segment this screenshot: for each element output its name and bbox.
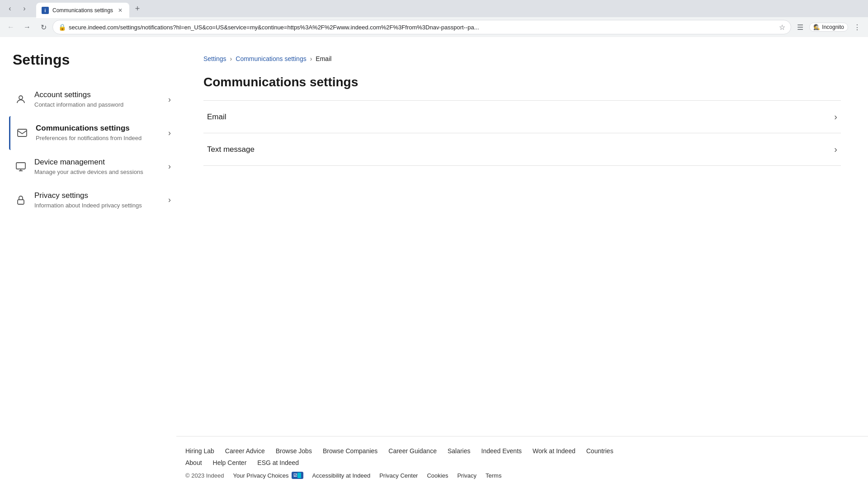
tab-favicon: i <box>42 7 49 14</box>
email-icon <box>16 127 28 139</box>
sidebar-item-text-communications: Communications settings Preferences for … <box>36 123 161 142</box>
nav-bar: ← → ↻ 🔒 secure.indeed.com/settings/notif… <box>0 17 868 37</box>
monitor-icon <box>14 160 27 173</box>
sidebar-item-title-account: Account settings <box>34 90 161 100</box>
sidebar-item-device-management[interactable]: Device management Manage your active dev… <box>9 150 176 183</box>
svg-rect-2 <box>16 163 25 169</box>
sidebar-item-text-device: Device management Manage your active dev… <box>34 157 161 176</box>
sidebar-item-text-privacy: Privacy settings Information about Indee… <box>34 191 161 210</box>
nav-right-buttons: ☰ 🕵 Incognito ⋮ <box>793 20 864 34</box>
page-content: Settings Account settings Contact inform… <box>0 37 868 488</box>
breadcrumb-sep-2: › <box>310 55 312 62</box>
tab-bar: ‹ › i Communications settings ✕ + <box>0 0 868 17</box>
page-heading: Communications settings <box>203 75 841 89</box>
sidebar-item-subtitle-device: Manage your active devices and sessions <box>34 168 161 176</box>
active-tab[interactable]: i Communications settings ✕ <box>36 3 129 18</box>
footer-link-about[interactable]: About <box>185 459 202 466</box>
privacy-choices-link[interactable]: Your Privacy Choices ☑ <box>233 472 303 479</box>
footer-link-indeed-events[interactable]: Indeed Events <box>481 447 522 455</box>
footer-link-work-at-indeed[interactable]: Work at Indeed <box>533 447 576 455</box>
sidebar-item-account-settings[interactable]: Account settings Contact information and… <box>9 83 176 116</box>
email-row-chevron-icon: › <box>834 112 837 122</box>
svg-point-0 <box>19 96 23 99</box>
lock-icon: 🔒 <box>58 23 66 31</box>
tab-title: Communications settings <box>52 7 113 14</box>
footer-link-privacy[interactable]: Privacy <box>457 472 476 479</box>
lock-sidebar-icon <box>14 194 27 206</box>
address-bar[interactable]: 🔒 secure.indeed.com/settings/notificatio… <box>52 20 791 34</box>
sidebar-item-subtitle-privacy: Information about Indeed privacy setting… <box>34 202 161 210</box>
sidebar: Settings Account settings Contact inform… <box>0 37 176 488</box>
email-row-label: Email <box>207 113 226 122</box>
footer-link-career-guidance[interactable]: Career Guidance <box>388 447 437 455</box>
svg-rect-1 <box>18 129 27 136</box>
menu-button[interactable]: ⋮ <box>850 20 864 34</box>
chevron-right-icon-privacy: › <box>168 195 171 205</box>
sidebar-item-title-privacy: Privacy settings <box>34 191 161 201</box>
breadcrumb-communications-link[interactable]: Communications settings <box>236 55 306 62</box>
footer-link-accessibility[interactable]: Accessibility at Indeed <box>312 472 371 479</box>
footer-link-terms[interactable]: Terms <box>486 472 501 479</box>
new-tab-button[interactable]: + <box>131 2 144 15</box>
incognito-icon: 🕵 <box>813 24 820 30</box>
sidebar-item-subtitle-communications: Preferences for notifications from Indee… <box>36 134 161 142</box>
footer-link-help-center[interactable]: Help Center <box>213 459 247 466</box>
url-text: secure.indeed.com/settings/notifications… <box>69 24 776 31</box>
email-settings-row[interactable]: Email › <box>203 101 841 133</box>
footer-bottom: © 2023 Indeed Your Privacy Choices ☑ Acc… <box>185 472 859 479</box>
footer-link-cookies[interactable]: Cookies <box>427 472 448 479</box>
tab-close-button[interactable]: ✕ <box>117 7 124 14</box>
sidebar-item-subtitle-account: Contact information and password <box>34 101 161 109</box>
main-content: Settings › Communications settings › Ema… <box>176 37 868 436</box>
back-button[interactable]: ← <box>4 20 18 34</box>
footer-link-esg[interactable]: ESG at Indeed <box>257 459 299 466</box>
text-message-settings-row[interactable]: Text message › <box>203 133 841 165</box>
sidebar-title: Settings <box>9 52 176 68</box>
breadcrumb-sep-1: › <box>230 55 232 62</box>
sidebar-item-title-device: Device management <box>34 157 161 167</box>
text-message-row-chevron-icon: › <box>834 144 837 155</box>
reload-button[interactable]: ↻ <box>36 20 51 34</box>
person-icon <box>14 93 27 106</box>
footer-link-career-advice[interactable]: Career Advice <box>225 447 265 455</box>
footer-links-row-1: Hiring Lab Career Advice Browse Jobs Bro… <box>185 447 859 455</box>
privacy-choices-text: Your Privacy Choices <box>233 472 288 479</box>
sidebar-item-title-communications: Communications settings <box>36 123 161 133</box>
sidebar-item-communications-settings[interactable]: Communications settings Preferences for … <box>9 116 176 150</box>
copyright-text: © 2023 Indeed <box>185 472 224 479</box>
tab-forward-btn[interactable]: › <box>18 2 31 15</box>
breadcrumb: Settings › Communications settings › Ema… <box>203 55 841 62</box>
footer-link-privacy-center[interactable]: Privacy Center <box>379 472 418 479</box>
footer-links-row-2: About Help Center ESG at Indeed <box>185 459 859 466</box>
privacy-choices-icon: ☑ <box>292 472 303 479</box>
incognito-label: Incognito <box>822 24 844 30</box>
bookmark-icon[interactable]: ☆ <box>779 23 785 32</box>
tab-controls: ‹ › <box>4 2 31 15</box>
footer-link-hiring-lab[interactable]: Hiring Lab <box>185 447 214 455</box>
chevron-right-icon-communications: › <box>168 128 171 138</box>
breadcrumb-settings-link[interactable]: Settings <box>203 55 226 62</box>
footer-link-countries[interactable]: Countries <box>586 447 613 455</box>
browser-window: ‹ › i Communications settings ✕ + ← → ↻ … <box>0 0 868 488</box>
footer-link-browse-companies[interactable]: Browse Companies <box>323 447 377 455</box>
bottom-divider <box>203 165 841 166</box>
sidebar-item-privacy-settings[interactable]: Privacy settings Information about Indee… <box>9 183 176 217</box>
extensions-button[interactable]: ☰ <box>793 20 807 34</box>
chevron-right-icon-device: › <box>168 162 171 171</box>
forward-button[interactable]: → <box>20 20 34 34</box>
chevron-right-icon-account: › <box>168 95 171 104</box>
footer-link-browse-jobs[interactable]: Browse Jobs <box>276 447 312 455</box>
footer-link-salaries[interactable]: Salaries <box>448 447 471 455</box>
tab-back-btn[interactable]: ‹ <box>4 2 16 15</box>
svg-rect-3 <box>18 200 24 204</box>
incognito-badge: 🕵 Incognito <box>809 23 848 32</box>
footer: Hiring Lab Career Advice Browse Jobs Bro… <box>176 436 868 488</box>
text-message-row-label: Text message <box>207 145 255 154</box>
breadcrumb-current: Email <box>316 55 331 62</box>
sidebar-item-text-account: Account settings Contact information and… <box>34 90 161 109</box>
